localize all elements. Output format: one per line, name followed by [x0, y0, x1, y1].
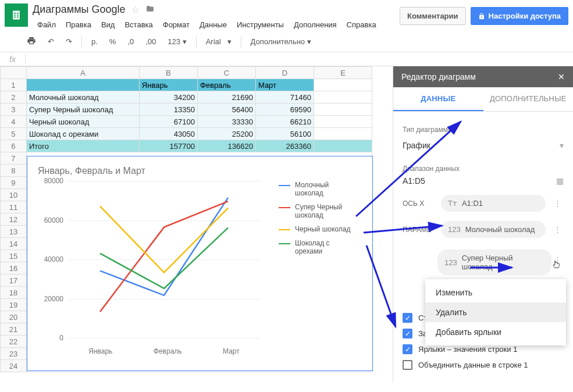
cursor-pointer-icon	[551, 259, 561, 273]
document-title[interactable]: Диаграммы Google	[33, 3, 126, 16]
series-pill-2[interactable]: 123Супер Черный шоколад	[437, 250, 551, 275]
chart-editor-panel: Редактор диаграмм ✕ ДАННЫЕ ДОПОЛНИТЕЛЬНЫ…	[393, 66, 573, 383]
toolbar: ↶ ↷ р. % ,0 ,00 123 ▾ Arial ▾ Дополнител…	[0, 31, 573, 52]
check-rowscols[interactable]: ✓	[403, 313, 412, 323]
menu-edit[interactable]: Правка	[61, 18, 96, 31]
series-label: ПАРАМЕ	[403, 226, 435, 234]
menu-bar: Файл Правка Вид Вставка Формат Данные Ин…	[33, 18, 400, 31]
embedded-chart[interactable]: Январь, Февраль и Март 02000040000600008…	[27, 156, 373, 371]
xaxis-pill[interactable]: ТᴛA1:D1	[441, 195, 546, 212]
chart-type-select[interactable]: График▾	[403, 137, 564, 154]
menu-insert[interactable]: Вставка	[120, 18, 157, 31]
menu-data[interactable]: Данные	[195, 18, 232, 31]
menu-format[interactable]: Формат	[158, 18, 194, 31]
xaxis-label: ОСЬ X	[403, 199, 435, 208]
close-icon[interactable]: ✕	[558, 72, 565, 81]
data-range-label: Диапазон данных	[403, 165, 564, 173]
grid-select-icon[interactable]: ▦	[556, 176, 564, 186]
check-headers[interactable]: ✓	[403, 329, 412, 338]
chart-type-label: Тип диаграммы	[403, 126, 564, 134]
menu-view[interactable]: Вид	[97, 18, 120, 31]
ctx-edit[interactable]: Изменить	[425, 283, 566, 302]
star-icon[interactable]: ☆	[131, 4, 140, 15]
menu-addons[interactable]: Дополнения	[289, 18, 341, 31]
font-select[interactable]: Arial ▾	[204, 36, 234, 47]
series1-menu-icon[interactable]: ⋮	[551, 225, 564, 234]
chart-title: Январь, Февраль и Март	[38, 166, 366, 176]
series-context-menu: Изменить Удалить Добавить ярлыки	[425, 279, 566, 345]
currency-format[interactable]: р.	[89, 36, 100, 47]
chart-legend: Молочный шоколадСупер Черный шоколадЧерн…	[279, 181, 359, 361]
menu-tools[interactable]: Инструменты	[232, 18, 289, 31]
chart-plot-area: 020000400006000080000 ЯнварьФевральМарт	[38, 181, 271, 355]
number-format[interactable]: 123 ▾	[165, 36, 188, 47]
share-button[interactable]: Настройки доступа	[471, 7, 568, 25]
check-merge[interactable]	[403, 360, 412, 370]
undo-icon[interactable]: ↶	[45, 36, 56, 47]
tab-customize[interactable]: ДОПОЛНИТЕЛЬНЫЕ	[483, 87, 574, 111]
series-pill-1[interactable]: 123Молочный шоколад	[441, 221, 546, 238]
editor-title: Редактор диаграмм	[401, 72, 476, 81]
decimal-decrease[interactable]: ,0	[125, 36, 136, 47]
menu-file[interactable]: Файл	[33, 18, 60, 31]
data-range-value[interactable]: A1:D5	[403, 176, 425, 186]
sheets-logo[interactable]	[5, 3, 28, 27]
comments-button[interactable]: Комментарии	[400, 7, 466, 25]
menu-help[interactable]: Справка	[342, 18, 381, 31]
decimal-increase[interactable]: ,00	[143, 36, 158, 47]
tab-data[interactable]: ДАННЫЕ	[393, 87, 483, 111]
fx-label: fx	[0, 55, 26, 64]
more-formatting[interactable]: Дополнительно ▾	[248, 36, 314, 47]
print-icon[interactable]	[24, 35, 38, 48]
xaxis-menu-icon[interactable]: ⋮	[551, 199, 564, 208]
check-labels[interactable]: ✓	[403, 344, 412, 354]
redo-icon[interactable]: ↷	[63, 36, 74, 47]
percent-format[interactable]: %	[107, 36, 119, 47]
folder-icon[interactable]	[145, 3, 155, 16]
ctx-add-labels[interactable]: Добавить ярлыки	[425, 322, 566, 342]
ctx-delete[interactable]: Удалить	[425, 302, 566, 322]
